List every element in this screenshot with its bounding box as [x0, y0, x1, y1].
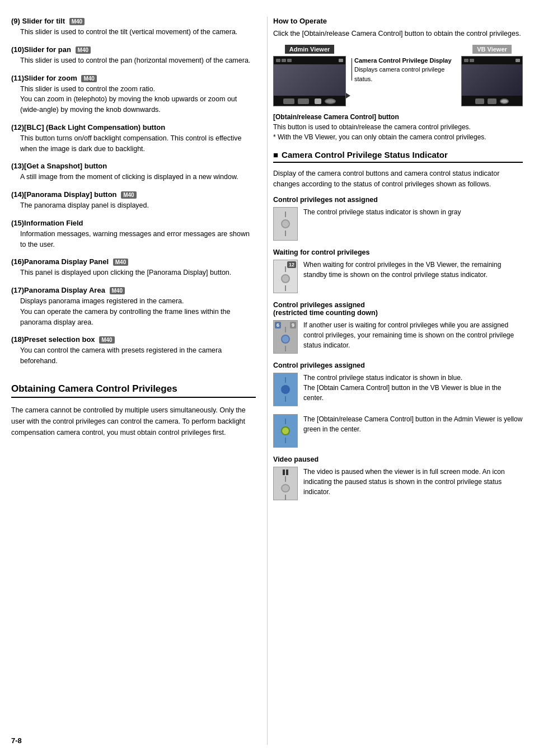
- status-assigned-yellow: The [Obtain/release Camera Control] butt…: [273, 414, 523, 448]
- status-text: The control privilege status indicator i…: [303, 373, 523, 403]
- status-text: When waiting for control privileges in t…: [303, 260, 523, 280]
- item-desc: This panel is displayed upon clicking th…: [11, 267, 256, 278]
- wait-timer: 12: [287, 261, 296, 268]
- diagram-labels: Camera Control Privilege Display Display…: [352, 45, 456, 86]
- how-to-operate-title: How to Operate: [273, 17, 523, 25]
- item-title: (13)[Get a Snapshot] button: [11, 162, 256, 170]
- obtaining-desc: The camera cannot be controlled by multi…: [11, 405, 256, 438]
- status-row: 6 9 If another user is waiting for contr…: [273, 320, 523, 354]
- obtain-button-section: [Obtain/release Camera Control] button T…: [273, 112, 523, 142]
- list-item: (13)[Get a Snapshot] button A still imag…: [11, 162, 256, 182]
- privilege-section-title: ■ Camera Control Privilege Status Indica…: [273, 150, 523, 163]
- item-title: (10)Slider for pan M40: [11, 45, 256, 54]
- vb-viewer-label: VB Viewer: [472, 45, 512, 54]
- status-indicator-countdown: 6 9: [273, 320, 298, 354]
- item-desc: The panorama display panel is displayed.: [11, 200, 256, 211]
- status-indicator-waiting: 12: [273, 260, 298, 293]
- viewer-diagram: Admin Viewer: [273, 45, 523, 106]
- camera-control-privilege-desc: Displays camera control privilege status…: [354, 65, 456, 83]
- indicator-line-top: [285, 266, 286, 272]
- item-desc: This button turns on/off backlight compe…: [11, 133, 256, 154]
- item-title: (16)Panorama Display Panel M40: [11, 257, 256, 266]
- item-desc: You can control the camera with presets …: [11, 345, 256, 367]
- indicator-circle-blue: [281, 335, 290, 344]
- badge-m40: M40: [113, 259, 128, 266]
- camera-control-privilege-label: Camera Control Privilege Display: [354, 56, 456, 65]
- badge-m40: M40: [81, 75, 96, 82]
- how-to-operate-desc: Click the [Obtain/release Camera Control…: [273, 29, 523, 39]
- indicator-line-bottom: [285, 396, 286, 402]
- item-title: (15)Information Field: [11, 219, 256, 227]
- badge-m40: M40: [99, 336, 114, 344]
- list-item: (16)Panorama Display Panel M40 This pane…: [11, 257, 256, 278]
- status-label: Control privileges assigned(restricted t…: [273, 301, 523, 317]
- badge-m40: M40: [110, 287, 125, 294]
- item-title: (14)[Panorama Display] button M40: [11, 190, 256, 199]
- badge-m40: M40: [69, 18, 85, 25]
- indicator-line-top: [285, 327, 286, 332]
- status-assigned-blue: Control privileges assigned The control …: [273, 361, 523, 406]
- admin-viewer-col: Admin Viewer: [273, 45, 346, 106]
- obtaining-title: Obtaining Camera Control Privileges: [11, 383, 256, 398]
- item-title: (17)Panorama Display Area M40: [11, 286, 256, 294]
- status-label: Video paused: [273, 456, 523, 463]
- item-desc: Information messages, warning messages a…: [11, 229, 256, 250]
- status-label: Control privileges assigned: [273, 361, 523, 369]
- item-desc: This slider is used to control the tilt …: [11, 27, 256, 37]
- status-label: Waiting for control privileges: [273, 248, 523, 256]
- indicator-line-bottom: [285, 285, 286, 291]
- status-text: The control privilege status indicator i…: [303, 207, 461, 217]
- item-desc: This slider is used to control the pan (…: [11, 55, 256, 66]
- list-item: (12)[BLC] (Back Light Compensation) butt…: [11, 123, 256, 154]
- left-column: (9) Slider for tilt M40 This slider is u…: [11, 17, 267, 745]
- badge-m40: M40: [76, 46, 91, 54]
- obtaining-section: Obtaining Camera Control Privileges The …: [11, 383, 256, 438]
- status-text: If another user is waiting for control p…: [303, 320, 523, 350]
- list-item: (17)Panorama Display Area M40 Displays p…: [11, 286, 256, 327]
- indicator-line-bottom: [285, 346, 286, 351]
- timer-left: 6: [275, 322, 281, 328]
- status-video-paused: Video paused The video is paused when th…: [273, 456, 523, 500]
- indicator-circle: [281, 219, 290, 228]
- indicator-line-top: [285, 476, 286, 481]
- item-title: (11)Slider for zoom M40: [11, 74, 256, 82]
- admin-viewer-screen: [273, 56, 346, 106]
- indicator-circle-yellow-fill: [281, 426, 290, 435]
- status-waiting: Waiting for control privileges 12 When w…: [273, 248, 523, 293]
- item-desc: This slider is used to control the zoom …: [11, 84, 256, 115]
- status-row: The video is paused when the viewer is i…: [273, 467, 523, 500]
- status-label: Control privileges not assigned: [273, 196, 523, 204]
- list-item: (11)Slider for zoom M40 This slider is u…: [11, 74, 256, 115]
- indicator-line-top: [285, 212, 286, 217]
- list-item: (18)Preset selection box M40 You can con…: [11, 335, 256, 367]
- status-text: The [Obtain/release Camera Control] butt…: [303, 414, 523, 434]
- list-item: (14)[Panorama Display] button M40 The pa…: [11, 190, 256, 211]
- status-row: 12 When waiting for control privileges i…: [273, 260, 523, 293]
- privilege-indicator-section: ■ Camera Control Privilege Status Indica…: [273, 150, 523, 501]
- item-title: (12)[BLC] (Back Light Compensation) butt…: [11, 123, 256, 132]
- status-indicator-blue: [273, 373, 298, 406]
- status-text: The video is paused when the viewer is i…: [303, 467, 523, 497]
- obtain-button-title: [Obtain/release Camera Control] button: [273, 112, 523, 122]
- obtain-button-note: * With the VB Viewer, you can only obtai…: [273, 132, 523, 142]
- status-row: The control privilege status indicator i…: [273, 373, 523, 406]
- indicator-circle-blue-fill: [281, 385, 290, 394]
- admin-viewer-label: Admin Viewer: [285, 45, 335, 54]
- item-title: (9) Slider for tilt M40: [11, 17, 256, 25]
- indicator-line-bottom: [285, 438, 286, 443]
- item-title: (18)Preset selection box M40: [11, 335, 256, 344]
- vb-viewer-col: VB Viewer: [461, 45, 523, 106]
- indicator-circle: [281, 274, 290, 283]
- indicator-line-bottom: [285, 495, 286, 500]
- status-row: The control privilege status indicator i…: [273, 207, 523, 241]
- pause-icon: [283, 469, 288, 475]
- status-indicator-gray: [273, 207, 298, 241]
- list-item: (10)Slider for pan M40 This slider is us…: [11, 45, 256, 66]
- right-column: How to Operate Click the [Obtain/release…: [267, 17, 523, 745]
- timer-right: 9: [290, 322, 296, 328]
- badge-m40: M40: [121, 191, 136, 199]
- indicator-line-bottom: [285, 231, 286, 236]
- status-countdown: Control privileges assigned(restricted t…: [273, 301, 523, 354]
- how-to-operate-section: How to Operate Click the [Obtain/release…: [273, 17, 523, 142]
- indicator-circle: [281, 484, 290, 492]
